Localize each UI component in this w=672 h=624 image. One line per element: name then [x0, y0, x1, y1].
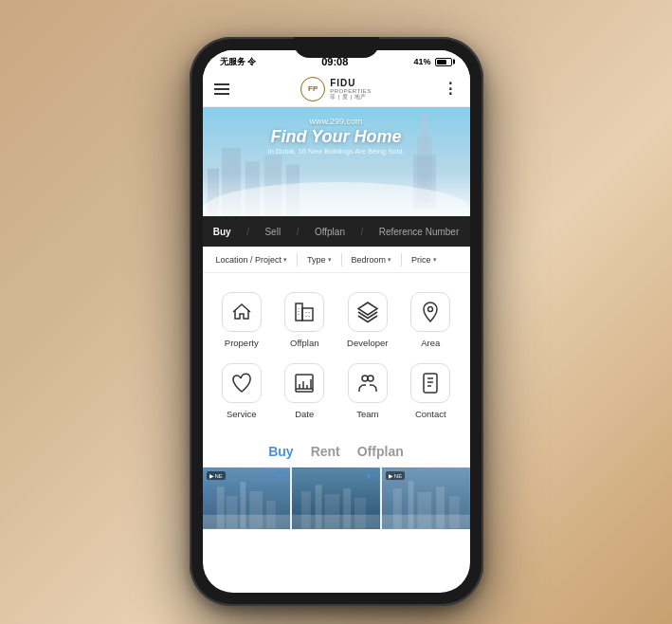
- svg-rect-11: [296, 303, 302, 321]
- hamburger-menu[interactable]: [214, 83, 229, 95]
- hero-title: Find Your Home: [203, 128, 470, 147]
- offplan-icon-box: [284, 292, 324, 332]
- chevron-down-icon: ▾: [328, 256, 332, 264]
- property-label: Property: [225, 338, 259, 348]
- svg-point-21: [428, 307, 433, 312]
- people-icon: [356, 372, 379, 395]
- navigation-bar: FP FIDU PROPERTIES 菲 | 度 | 地产 ⋮: [203, 71, 470, 107]
- thumbnail-1-badge: ▶NE: [207, 471, 226, 480]
- svg-rect-54: [382, 515, 470, 529]
- filter-bedroom-label: Bedroom: [352, 255, 387, 265]
- icon-area[interactable]: Area: [399, 284, 463, 356]
- service-label: Service: [227, 409, 257, 419]
- svg-rect-47: [292, 515, 380, 529]
- heart-icon: [230, 372, 253, 395]
- svg-rect-30: [424, 374, 437, 393]
- icon-property[interactable]: Property: [210, 284, 274, 356]
- more-options[interactable]: ⋮: [443, 80, 458, 98]
- filter-price[interactable]: Price ▾: [406, 253, 443, 266]
- chevron-down-icon: ▾: [388, 256, 391, 264]
- search-tabs: Buy / Sell / Offplan / Reference Number: [203, 216, 470, 247]
- hero-section: www.299.com Find Your Home In Dubai, 16 …: [203, 107, 470, 216]
- filter-location-label: Location / Project: [216, 255, 282, 265]
- tab-reference-number[interactable]: Reference Number: [373, 223, 464, 241]
- logo-circle: FP: [300, 77, 325, 101]
- area-icon-box: [410, 292, 450, 332]
- svg-point-28: [362, 376, 368, 381]
- tab-offplan[interactable]: Offplan: [309, 223, 351, 241]
- date-icon-box: [284, 363, 324, 403]
- icon-date[interactable]: Date: [273, 356, 336, 427]
- icon-contact[interactable]: Contact: [399, 356, 463, 427]
- filter-type-label: Type: [307, 255, 326, 265]
- svg-rect-40: [203, 515, 291, 529]
- hero-text: www.299.com Find Your Home In Dubai, 16 …: [203, 117, 470, 156]
- contact-label: Contact: [415, 409, 446, 419]
- status-signal: 无服务 令: [220, 56, 257, 68]
- bro-tabs: Buy Rent Offplan: [203, 434, 470, 468]
- svg-marker-20: [358, 303, 377, 315]
- status-battery: 41%: [413, 57, 452, 66]
- property-icon-box: [222, 292, 262, 332]
- tab-buy[interactable]: Buy: [208, 223, 237, 241]
- bro-tab-buy[interactable]: Buy: [268, 444, 293, 459]
- hero-title-text: Find Your Home: [270, 127, 401, 146]
- svg-rect-12: [302, 308, 313, 321]
- battery-icon: [435, 58, 452, 66]
- logo-text: FIDU PROPERTIES 菲 | 度 | 地产: [330, 79, 372, 100]
- phone-device: 无服务 令 09:08 41% FP FIDU PROPERTIES: [190, 37, 483, 606]
- thumbnail-3-badge: ▶NE: [386, 471, 405, 480]
- filter-location[interactable]: Location / Project ▾: [210, 253, 294, 266]
- service-icon-box: [222, 363, 262, 403]
- filter-price-label: Price: [411, 255, 431, 265]
- logo: FP FIDU PROPERTIES 菲 | 度 | 地产: [300, 77, 372, 101]
- hero-subtitle: In Dubai, 16 New Buildings Are Being Sol…: [203, 147, 470, 156]
- icon-offplan[interactable]: Offplan: [273, 284, 336, 356]
- chart-icon: [293, 372, 316, 395]
- area-label: Area: [421, 338, 440, 348]
- developer-label: Developer: [347, 338, 388, 348]
- filter-type[interactable]: Type ▾: [301, 253, 337, 266]
- hero-url: www.299.com: [203, 117, 470, 126]
- date-label: Date: [295, 409, 314, 419]
- icon-team[interactable]: Team: [336, 356, 400, 427]
- location-icon: [419, 301, 442, 323]
- phone-icon: [419, 372, 442, 395]
- thumbnail-1[interactable]: ▶NE ♥+: [203, 468, 291, 529]
- house-icon: [230, 301, 253, 323]
- layers-icon: [356, 301, 379, 323]
- tab-sell[interactable]: Sell: [259, 223, 286, 241]
- property-thumbnails: ▶NE ♥+: [203, 468, 470, 529]
- bro-tab-offplan[interactable]: Offplan: [357, 444, 404, 459]
- developer-icon-box: [348, 292, 388, 332]
- building-icon: [293, 301, 316, 323]
- chevron-down-icon: ▾: [433, 256, 437, 264]
- icon-grid: Property Offpl: [203, 273, 470, 434]
- thumbnail-2[interactable]: ♥+: [292, 468, 380, 529]
- phone-screen: 无服务 令 09:08 41% FP FIDU PROPERTIES: [203, 50, 470, 593]
- offplan-label: Offplan: [290, 338, 318, 348]
- phone-notch: [294, 37, 379, 58]
- team-icon-box: [348, 363, 388, 403]
- svg-point-29: [368, 376, 373, 381]
- thumbnail-2-like[interactable]: ♥+: [366, 471, 376, 481]
- filter-bedroom[interactable]: Bedroom ▾: [346, 253, 398, 266]
- icon-developer[interactable]: Developer: [336, 284, 400, 356]
- icon-service[interactable]: Service: [210, 356, 274, 427]
- bro-tab-rent[interactable]: Rent: [311, 444, 340, 459]
- thumbnail-1-like[interactable]: ♥+: [277, 471, 287, 481]
- thumbnail-3[interactable]: ▶NE: [382, 468, 470, 529]
- team-label: Team: [356, 409, 378, 419]
- contact-icon-box: [410, 363, 450, 403]
- chevron-down-icon: ▾: [283, 256, 287, 264]
- filter-bar: Location / Project ▾ Type ▾ Bedroom ▾ Pr…: [203, 247, 470, 273]
